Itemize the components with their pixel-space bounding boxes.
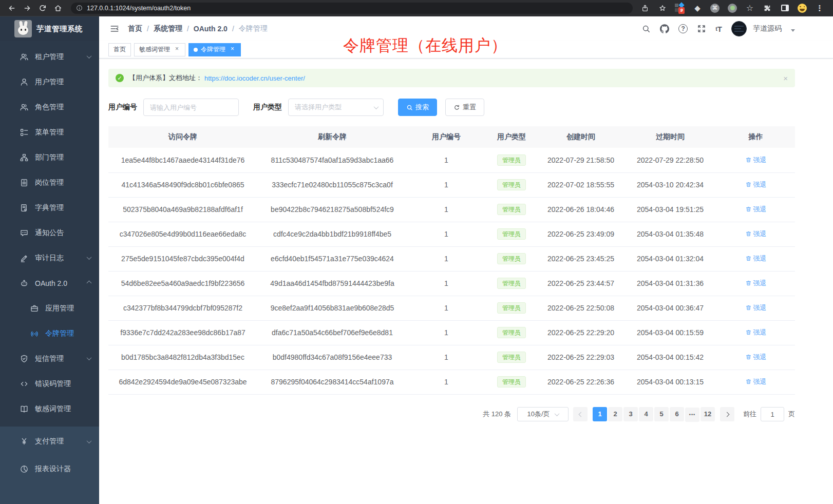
force-logout-button[interactable]: 强退 (745, 229, 767, 239)
breadcrumb-item[interactable]: 首页 (128, 24, 142, 33)
tab-sensitive-word[interactable]: 敏感词管理× (134, 43, 185, 56)
user-caret-down-icon[interactable] (791, 29, 795, 32)
force-logout-button[interactable]: 强退 (745, 328, 767, 337)
prev-page-button[interactable] (573, 407, 588, 421)
sidebar-item-oauth2-app[interactable]: 应用管理 (0, 296, 99, 321)
sidebar-item-dict[interactable]: 字典管理 (0, 195, 99, 220)
extensions-grid-icon[interactable]: 9 (675, 3, 685, 13)
sidebar-item-audit-log[interactable]: 审计日志 (0, 245, 99, 270)
sidebar-item-error-code[interactable]: 错误码管理 (0, 371, 99, 396)
share-icon[interactable] (640, 3, 650, 13)
goto-page-input[interactable] (761, 407, 784, 421)
sidebar-item-menu[interactable]: 菜单管理 (0, 120, 99, 145)
back-icon[interactable] (5, 2, 18, 15)
breadcrumb-separator: / (232, 25, 234, 33)
shield-icon (20, 354, 29, 363)
sidebar-item-notice[interactable]: 通知公告 (0, 220, 99, 245)
force-logout-label: 强退 (753, 205, 767, 214)
badge-icon (20, 178, 29, 187)
collapse-menu-icon[interactable] (109, 24, 120, 34)
page-button-1[interactable]: 1 (593, 407, 607, 421)
user-type-badge: 管理员 (497, 352, 526, 363)
reset-button[interactable]: 重置 (445, 99, 484, 116)
kebab-menu-icon[interactable]: ⋮ (815, 3, 825, 13)
github-icon[interactable] (660, 24, 669, 33)
search-icon[interactable] (641, 24, 651, 33)
page-button-5[interactable]: 5 (654, 407, 669, 421)
sidebar-toggle-icon[interactable] (780, 3, 790, 13)
forward-icon[interactable] (21, 2, 34, 15)
access-token-cell: c347026e805e4d99b0d116eae66eda8c (108, 222, 257, 246)
emoji-icon[interactable] (797, 3, 807, 13)
user-id-cell: 1 (407, 172, 485, 197)
page-size-select[interactable]: 10条/页 (517, 407, 569, 421)
reload-icon[interactable] (36, 2, 49, 15)
page-button-3[interactable]: 3 (623, 407, 638, 421)
record-circle-icon[interactable] (727, 3, 737, 13)
force-logout-button[interactable]: 强退 (745, 279, 767, 288)
breadcrumb-item[interactable]: OAuth 2.0 (194, 25, 228, 33)
force-logout-button[interactable]: 强退 (745, 156, 767, 165)
font-size-icon[interactable]: tT (715, 25, 722, 33)
sidebar-item-sms[interactable]: 短信管理 (0, 346, 99, 371)
tab-close-icon[interactable]: × (229, 46, 236, 53)
address-bar[interactable]: 127.0.0.1:1024/system/oauth2/token (71, 3, 633, 14)
page-button-2[interactable]: 2 (608, 407, 622, 421)
force-logout-button[interactable]: 强退 (745, 205, 767, 214)
sidebar-item-tenant[interactable]: 租户管理 (0, 44, 99, 69)
page-button-4[interactable]: 4 (639, 407, 653, 421)
column-header: 用户编号 (407, 126, 485, 148)
sidebar-item-sensitive-word[interactable]: 敏感词管理 (0, 396, 99, 421)
force-logout-button[interactable]: 强退 (745, 377, 767, 386)
access-token-cell: 502375b8040a469a9b82188afdf6af1f (108, 197, 257, 222)
sidebar-item-report-designer[interactable]: 报表设计器 (0, 455, 99, 483)
created-time-cell: 2022-06-25 23:44:57 (538, 271, 624, 296)
sidebar-item-role[interactable]: 角色管理 (0, 94, 99, 120)
yen-icon (20, 437, 29, 446)
tab-home[interactable]: 首页 (108, 43, 131, 56)
alert-doc-link[interactable]: https://doc.iocoder.cn/user-center/ (204, 74, 305, 82)
user-id-cell: 1 (407, 345, 485, 370)
help-icon[interactable]: ? (678, 24, 688, 33)
next-page-button[interactable] (720, 407, 734, 421)
sidebar-item-pay[interactable]: 支付管理 (0, 428, 99, 455)
search-button[interactable]: 搜索 (398, 99, 437, 116)
fullscreen-icon[interactable] (697, 24, 706, 33)
sidebar-item-label: 岗位管理 (35, 178, 64, 187)
force-logout-button[interactable]: 强退 (745, 303, 767, 313)
user-id-input[interactable] (143, 99, 239, 116)
force-logout-button[interactable]: 强退 (745, 254, 767, 263)
command-circle-icon[interactable]: ⌘ (710, 3, 720, 13)
tab-label: 令牌管理 (201, 45, 225, 54)
star-icon[interactable] (657, 3, 668, 13)
user-avatar[interactable] (731, 21, 747, 36)
info-icon[interactable] (76, 5, 83, 11)
sidebar-item-post[interactable]: 岗位管理 (0, 170, 99, 195)
alert-close-icon[interactable]: × (783, 74, 788, 83)
action-cell: 强退 (716, 222, 795, 246)
sidebar-item-oauth2[interactable]: OAuth 2.0 (0, 270, 99, 296)
doc-alert: ✓ 【用户体系】文档地址： https://doc.iocoder.cn/use… (108, 69, 795, 87)
chat-icon (20, 228, 29, 238)
user-type-cell: 管理员 (485, 370, 538, 394)
puzzle-icon[interactable] (762, 3, 772, 13)
page-button-12[interactable]: 12 (701, 407, 715, 421)
sidebar-item-oauth2-token[interactable]: 令牌管理 (0, 321, 99, 346)
user-name[interactable]: 芋道源码 (753, 24, 782, 33)
force-logout-button[interactable]: 强退 (745, 180, 767, 189)
force-logout-button[interactable]: 强退 (745, 353, 767, 362)
gem-icon[interactable]: ◆ (692, 3, 703, 13)
green-star-icon[interactable]: ☆ (745, 3, 755, 13)
sidebar-item-user[interactable]: 用户管理 (0, 69, 99, 94)
user-type-cell: 管理员 (485, 222, 538, 246)
page-ellipsis[interactable]: ••• (685, 408, 699, 422)
sidebar-item-dept[interactable]: 部门管理 (0, 145, 99, 170)
page-button-6[interactable]: 6 (670, 407, 684, 421)
breadcrumb-item[interactable]: 系统管理 (154, 24, 182, 33)
sidebar-item-label: 部门管理 (35, 153, 64, 162)
tab-token[interactable]: 令牌管理× (188, 43, 241, 56)
app-logo[interactable]: 芋道管理系统 (0, 16, 99, 41)
user-type-select[interactable]: 请选择用户类型 (288, 99, 384, 116)
tab-close-icon[interactable]: × (174, 46, 180, 53)
home-icon[interactable] (51, 2, 65, 15)
